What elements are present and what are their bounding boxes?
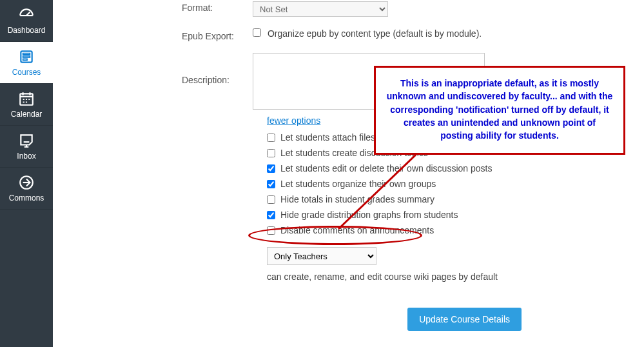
svg-rect-2: [23, 56, 30, 57]
option-hide-totals[interactable]: Hide totals in student grades summary: [267, 194, 644, 204]
calendar-icon: [18, 90, 35, 107]
epub-option-label[interactable]: Organize epub by content type (default i…: [253, 28, 482, 39]
format-select[interactable]: Not Set: [253, 1, 388, 17]
option-label: Let students organize their own groups: [280, 179, 436, 189]
main-content: Format: Not Set Epub Export: Organize ep…: [53, 0, 644, 347]
option-label: Hide grade distribution graphs from stud…: [280, 210, 458, 220]
option-label: Hide totals in student grades summary: [280, 194, 434, 204]
nav-courses[interactable]: Courses: [0, 42, 53, 84]
checkbox-create-discussions[interactable]: [267, 149, 275, 157]
button-row: Update Course Details: [53, 308, 644, 331]
checkbox-hide-grade-dist[interactable]: [267, 211, 275, 219]
annotation-text: This is an inappropriate default, as it …: [386, 77, 613, 142]
epub-row: Epub Export: Organize epub by content ty…: [182, 28, 644, 41]
option-edit-delete-posts[interactable]: Let students edit or delete their own di…: [267, 163, 644, 174]
global-nav-sidebar: Dashboard Courses Calendar Inbox Commons: [0, 0, 53, 347]
format-label: Format:: [182, 1, 253, 13]
nav-label: Dashboard: [8, 26, 46, 35]
nav-calendar[interactable]: Calendar: [0, 84, 53, 126]
commons-icon: [18, 174, 35, 191]
nav-label: Calendar: [11, 110, 43, 119]
wiki-permission-caption: can create, rename, and edit course wiki…: [267, 272, 644, 282]
checkbox-edit-delete-posts[interactable]: [267, 164, 275, 173]
option-organize-groups[interactable]: Let students organize their own groups: [267, 179, 644, 189]
svg-rect-1: [23, 54, 30, 55]
annotation-callout: This is an inappropriate default, as it …: [374, 66, 625, 155]
wiki-permission-select[interactable]: Only Teachers: [267, 247, 376, 265]
epub-option-text: Organize epub by content type (default i…: [268, 28, 482, 39]
nav-label: Courses: [12, 68, 41, 77]
nav-label: Inbox: [17, 152, 35, 161]
nav-dashboard[interactable]: Dashboard: [0, 0, 53, 42]
format-row: Format: Not Set: [182, 1, 644, 17]
nav-commons[interactable]: Commons: [0, 168, 53, 210]
update-course-details-button[interactable]: Update Course Details: [407, 308, 522, 331]
checkbox-hide-totals[interactable]: [267, 195, 275, 204]
checkbox-disable-comments[interactable]: [267, 226, 275, 235]
checkbox-organize-groups[interactable]: [267, 180, 275, 188]
epub-checkbox[interactable]: [253, 28, 261, 37]
fewer-options-link[interactable]: fewer options: [267, 115, 320, 126]
description-label: Description:: [182, 53, 253, 85]
nav-label: Commons: [9, 193, 44, 203]
option-label: Let students edit or delete their own di…: [280, 163, 492, 174]
option-disable-comments[interactable]: Disable comments on announcements: [267, 225, 644, 235]
checkbox-attach-files[interactable]: [267, 134, 275, 142]
option-hide-grade-dist[interactable]: Hide grade distribution graphs from stud…: [267, 210, 644, 220]
svg-rect-3: [23, 59, 28, 60]
courses-icon: [18, 48, 35, 65]
inbox-icon: [18, 132, 35, 149]
nav-inbox[interactable]: Inbox: [0, 126, 53, 168]
dashboard-icon: [18, 6, 35, 23]
option-label: Disable comments on announcements: [280, 225, 434, 235]
epub-label: Epub Export:: [182, 28, 253, 41]
